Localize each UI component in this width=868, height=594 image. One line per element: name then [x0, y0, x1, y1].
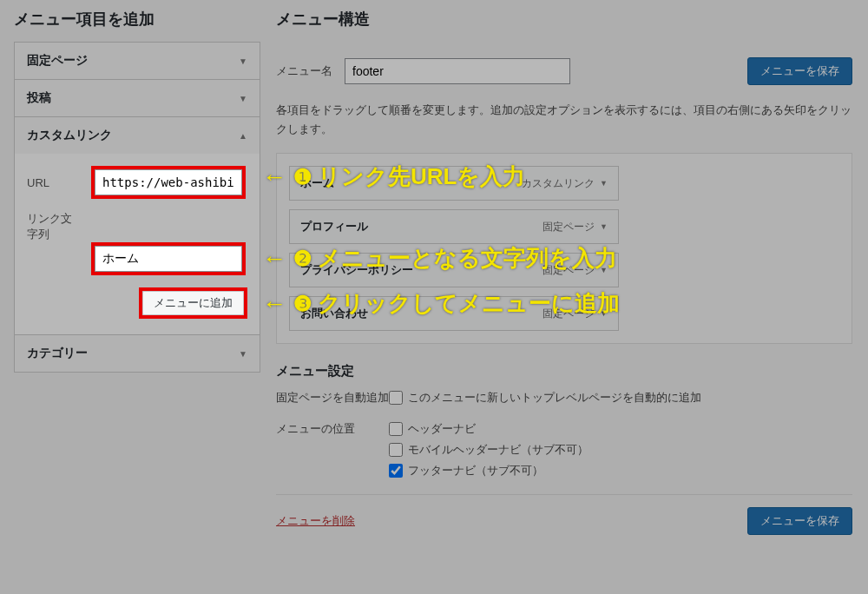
acc-custom-link[interactable]: カスタムリンク ▲: [15, 117, 260, 154]
highlight-add-btn: メニューに追加: [139, 287, 247, 319]
menu-item-type: カスタムリンク▼: [522, 176, 608, 191]
acc-custom-label: カスタムリンク: [27, 128, 112, 143]
right-title: メニュー構造: [276, 9, 852, 30]
acc-pages-label: 固定ページ: [27, 53, 88, 69]
triangle-down-icon: ▼: [239, 94, 247, 103]
menu-item[interactable]: ホーム カスタムリンク▼: [289, 166, 619, 201]
menu-item-label: プライバシーポリシー: [300, 262, 413, 278]
custom-link-panel: URL リンク文字列 メニューに追加: [15, 154, 260, 334]
triangle-down-icon: ▼: [600, 179, 608, 188]
auto-add-row: 固定ページを自動追加 このメニューに新しいトップレベルページを自動的に追加: [276, 390, 852, 411]
acc-pages[interactable]: 固定ページ ▼: [15, 43, 260, 79]
auto-add-desc: このメニューに新しいトップレベルページを自動的に追加: [408, 390, 701, 406]
triangle-down-icon: ▼: [600, 309, 608, 318]
link-text-label: リンク文字列: [27, 211, 82, 242]
triangle-up-icon: ▲: [239, 131, 247, 141]
custom-url-input[interactable]: [95, 169, 242, 195]
auto-add-checkbox[interactable]: [389, 391, 403, 405]
position-label: メニューの位置: [276, 421, 389, 437]
acc-categories-label: カテゴリー: [27, 346, 88, 361]
url-label: URL: [27, 176, 82, 189]
left-title: メニュー項目を追加: [14, 9, 260, 30]
triangle-down-icon: ▼: [600, 222, 608, 231]
add-to-menu-button[interactable]: メニューに追加: [142, 291, 244, 315]
delete-menu-link[interactable]: メニューを削除: [276, 513, 355, 529]
pos-mobile-checkbox[interactable]: [389, 443, 403, 457]
acc-posts[interactable]: 投稿 ▼: [15, 80, 260, 116]
triangle-down-icon: ▼: [239, 349, 247, 359]
menu-item[interactable]: お問い合わせ 固定ページ▼: [289, 296, 619, 331]
save-menu-button-top[interactable]: メニューを保存: [747, 57, 852, 85]
menu-item-type: 固定ページ▼: [542, 220, 608, 234]
position-row: メニューの位置 ヘッダーナビ モバイルヘッダーナビ（サブ不可） フッターナビ（サ…: [276, 421, 852, 484]
acc-posts-label: 投稿: [27, 90, 51, 106]
highlight-url: [91, 166, 246, 199]
pos-header-checkbox[interactable]: [389, 422, 403, 436]
auto-add-label: 固定ページを自動追加: [276, 390, 389, 406]
menu-items-area: ホーム カスタムリンク▼ プロフィール 固定ページ▼ プライバシーポリシー 固定…: [276, 153, 852, 344]
menu-footer: メニューを削除 メニューを保存: [276, 494, 852, 535]
triangle-down-icon: ▼: [239, 56, 247, 66]
custom-text-input[interactable]: [95, 246, 242, 272]
menu-name-label: メニュー名: [276, 63, 332, 79]
menu-item-label: お問い合わせ: [300, 306, 368, 321]
triangle-down-icon: ▼: [600, 266, 608, 274]
auto-add-checkbox-label[interactable]: このメニューに新しいトップレベルページを自動的に追加: [389, 390, 701, 406]
menu-item-label: ホーム: [300, 175, 334, 191]
pos-footer[interactable]: フッターナビ（サブ不可）: [389, 463, 589, 478]
menu-item[interactable]: プロフィール 固定ページ▼: [289, 209, 619, 244]
pos-mobile[interactable]: モバイルヘッダーナビ（サブ不可）: [389, 442, 589, 458]
add-menu-accordion: 固定ページ ▼ 投稿 ▼ カスタムリンク ▲ URL: [14, 42, 260, 373]
pos-header[interactable]: ヘッダーナビ: [389, 421, 589, 437]
highlight-text: [91, 242, 246, 275]
menu-name-row: メニュー名 メニューを保存: [276, 42, 852, 101]
menu-item-type: 固定ページ▼: [542, 307, 608, 321]
pos-footer-checkbox[interactable]: [389, 464, 403, 478]
menu-settings-title: メニュー設定: [276, 363, 852, 380]
menu-item[interactable]: プライバシーポリシー 固定ページ▼: [289, 253, 619, 287]
drag-hint: 各項目をドラッグして順番を変更します。追加の設定オプションを表示するには、項目の…: [276, 101, 852, 139]
menu-item-label: プロフィール: [300, 219, 368, 234]
acc-categories[interactable]: カテゴリー ▼: [15, 335, 260, 372]
save-menu-button-bottom[interactable]: メニューを保存: [747, 507, 852, 535]
menu-item-type: 固定ページ▼: [542, 263, 608, 278]
menu-name-input[interactable]: [345, 58, 570, 84]
